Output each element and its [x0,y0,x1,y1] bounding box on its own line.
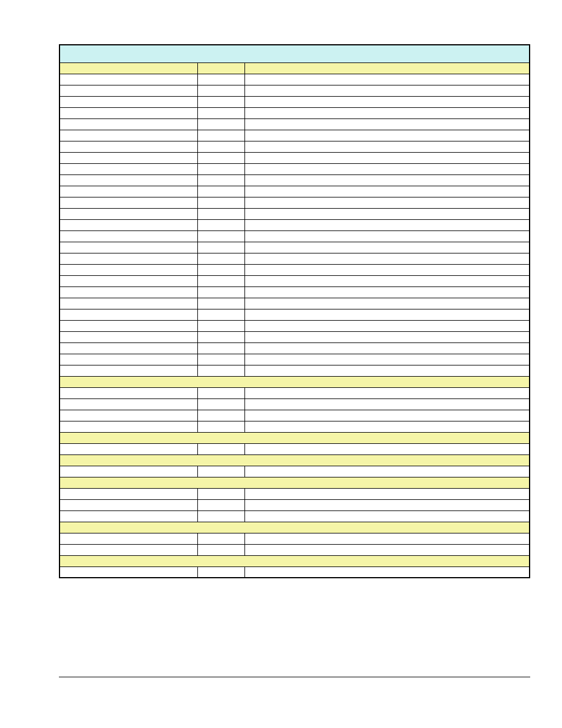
table-cell [59,163,197,174]
table-cell [197,354,244,365]
table-row [59,566,530,578]
table-cell [244,499,530,510]
table-row [59,242,530,253]
table-cell [59,342,197,354]
table-cell [197,74,244,85]
table-row [59,275,530,286]
table-row [59,208,530,219]
table-title [59,45,530,62]
table-cell [197,163,244,174]
table-row [59,174,530,186]
table-row [59,118,530,130]
table-cell [59,130,197,141]
table-cell [197,96,244,107]
table-cell [197,421,244,432]
table-cell [244,387,530,398]
table-cell [59,152,197,163]
table-cell [59,488,197,499]
table-cell [244,230,530,242]
table-cell [244,118,530,130]
table-cell [59,309,197,320]
table-cell [197,488,244,499]
table-row [59,387,530,398]
table-cell [59,443,197,454]
table-row [59,533,530,544]
table-cell [244,320,530,331]
table-cell [197,365,244,376]
table-cell [244,186,530,197]
table-cell [244,410,530,421]
table-cell [197,219,244,230]
table-row [59,499,530,510]
table-cell [244,510,530,522]
table-cell [59,387,197,398]
table-cell [197,230,244,242]
table-cell [244,253,530,264]
table-row [59,230,530,242]
table-cell [197,253,244,264]
table-section-row [59,555,530,566]
table-row [59,96,530,107]
table-row [59,421,530,432]
table-row [59,107,530,118]
table-cell [197,443,244,454]
table-cell [244,421,530,432]
table-cell [244,208,530,219]
table-row [59,197,530,208]
table-cell [197,466,244,477]
table-cell [59,566,197,578]
table-cell [244,96,530,107]
table-cell [244,85,530,96]
table-cell [197,85,244,96]
table-cell [197,398,244,410]
table-row [59,85,530,96]
table-cell [59,499,197,510]
table-cell [244,342,530,354]
page [0,0,562,728]
table-section-label [59,376,530,387]
table-cell [197,264,244,275]
table-row [59,186,530,197]
table-title-row [59,45,530,62]
table-cell [197,387,244,398]
table-cell [244,566,530,578]
table-cell [59,275,197,286]
table-cell [197,331,244,342]
table-cell [244,163,530,174]
table-section-label [59,555,530,566]
table-cell [244,365,530,376]
table-cell [197,130,244,141]
table-cell [59,74,197,85]
table-row [59,130,530,141]
table-row [59,365,530,376]
table-cell [59,208,197,219]
table-cell [197,107,244,118]
table-header-cell [244,62,530,74]
table-cell [59,331,197,342]
table-section-label [59,522,530,533]
data-table [59,44,530,578]
table-cell [197,118,244,130]
table-section-label [59,432,530,443]
table-cell [244,286,530,298]
table-cell [59,219,197,230]
table-row [59,443,530,454]
table-cell [59,186,197,197]
table-cell [59,242,197,253]
table-cell [59,118,197,130]
table-cell [197,141,244,152]
table-section-row [59,522,530,533]
table-cell [59,230,197,242]
table-row [59,398,530,410]
table-row [59,286,530,298]
table-cell [244,354,530,365]
table-header-cell [197,62,244,74]
table-cell [59,96,197,107]
table-cell [244,197,530,208]
table-cell [59,544,197,555]
table-cell [244,544,530,555]
table-cell [244,331,530,342]
table-header-row [59,62,530,74]
table-cell [59,107,197,118]
table-row [59,219,530,230]
